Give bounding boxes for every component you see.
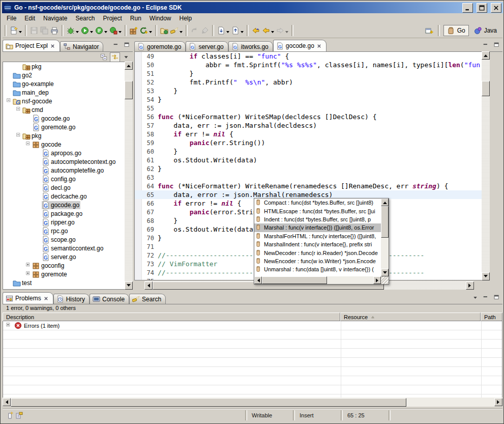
close-icon[interactable] (316, 43, 322, 49)
code-line-64[interactable]: 64func (*NiceFormatter) WriteRename(rena… (135, 182, 482, 190)
dropdown-arrow-icon[interactable] (285, 31, 288, 35)
completion-item[interactable]: Marshal : func(v interface{}) ([]uint8, … (254, 223, 381, 232)
window-minimize-button[interactable] (462, 3, 473, 13)
open-perspective-button[interactable] (424, 24, 434, 37)
scroll-up-button[interactable] (482, 51, 490, 60)
expand-toggle[interactable] (25, 263, 32, 268)
tree-item[interactable]: gocode (3, 140, 125, 149)
view-tab-history[interactable]: History (53, 294, 90, 304)
tree-item[interactable]: Ggoremote.go (3, 123, 125, 131)
menu-help[interactable]: Help (175, 14, 196, 23)
expand-toggle[interactable] (6, 323, 12, 328)
collapse-all-button[interactable] (99, 53, 108, 62)
editor-vertical-scrollbar[interactable] (482, 51, 490, 280)
tree-item[interactable]: Ggocode.go (3, 114, 125, 123)
completion-item[interactable]: NewEncoder : func(w io.Writer) *json.Enc… (254, 257, 381, 265)
scrollbar-thumb[interactable] (11, 398, 406, 407)
scroll-right-button[interactable] (494, 398, 502, 406)
view-tab-problems[interactable]: Problems (3, 292, 53, 304)
view-minimize-button[interactable] (481, 293, 490, 302)
scroll-right-button[interactable] (373, 276, 381, 284)
completion-item[interactable]: Unmarshal : func(data []uint8, v interfa… (254, 265, 381, 273)
view-maximize-button[interactable] (122, 41, 131, 49)
column-description[interactable]: Description (3, 313, 340, 321)
scroll-down-button[interactable] (482, 272, 490, 280)
collapse-toggle[interactable] (16, 133, 22, 138)
tree-item[interactable]: Gserver.go (3, 252, 125, 261)
menu-edit[interactable]: Edit (20, 14, 39, 23)
search-button[interactable] (169, 24, 184, 37)
code-line-61[interactable]: 61 os.Stdout.Write(data) (135, 156, 482, 164)
tree-item[interactable]: Gscope.go (3, 235, 125, 244)
view-menu-button[interactable] (470, 293, 480, 302)
collapse-toggle[interactable] (16, 107, 22, 112)
menu-run[interactable]: Run (126, 14, 145, 23)
tree-item[interactable]: goremote (3, 270, 125, 278)
code-line-60[interactable]: 60 } (135, 147, 482, 156)
errors-group-row[interactable]: Errors (1 item) (3, 321, 502, 330)
tree-item[interactable]: Gdecl.go (3, 183, 125, 192)
code-line-57[interactable]: 57 data, err := json.Marshal(decldescs) (135, 121, 482, 130)
statusbar-annotation-button[interactable] (15, 411, 24, 420)
view-maximize-button[interactable] (492, 41, 501, 49)
code-line-62[interactable]: 62} (135, 164, 482, 173)
scrollbar-thumb[interactable] (482, 81, 490, 96)
view-minimize-button[interactable] (111, 41, 121, 49)
close-icon[interactable] (43, 296, 49, 301)
view-tab-console[interactable]: Console (90, 294, 129, 304)
tree-item[interactable]: cmd (3, 105, 125, 114)
print-button[interactable] (49, 24, 60, 37)
menu-file[interactable]: File (3, 14, 20, 23)
profile-button[interactable] (108, 24, 123, 37)
tree-item[interactable]: Gapropos.go (3, 149, 125, 157)
dropdown-arrow-icon[interactable] (149, 31, 152, 35)
code-line-56[interactable]: 56func (*NiceFormatter) WriteSMap(declde… (135, 112, 482, 121)
explorer-tab-navigator[interactable]: Navigator (60, 41, 103, 51)
code-line-52[interactable]: 52 fmt.Printf(" %s\n", abbr) (135, 78, 482, 87)
scrollbar-thumb[interactable] (262, 276, 327, 284)
code-line-49[interactable]: 49 if classes[i] == "func" { (135, 52, 482, 61)
tree-item[interactable]: Ggocode.go (3, 201, 125, 209)
tree-item[interactable]: goconfig (3, 261, 125, 270)
selected-tree-item[interactable]: Ggocode.go (42, 201, 80, 209)
prev-annotation-button[interactable] (230, 24, 245, 37)
tree-item[interactable]: pkg (3, 62, 125, 71)
completion-item[interactable]: NewDecoder : func(r io.Reader) *json.Dec… (254, 248, 381, 257)
dropdown-arrow-icon[interactable] (19, 31, 22, 35)
collapse-toggle[interactable] (25, 142, 32, 147)
tree-item[interactable]: Gsemanticcontext.go (3, 244, 125, 252)
scroll-down-button[interactable] (381, 269, 389, 276)
back-button[interactable] (261, 24, 275, 37)
scroll-left-button[interactable] (144, 281, 153, 290)
explorer-scrollbar[interactable] (125, 62, 133, 290)
expand-toggle[interactable] (25, 271, 32, 277)
completion-list[interactable]: Compact : func(dst *bytes.Buffer, src []… (254, 199, 381, 276)
editor-tab-itworks-go[interactable]: Gitworks.go (228, 41, 273, 51)
new-go-project-button[interactable] (129, 24, 139, 37)
tree-item[interactable]: Gdeclcache.go (3, 192, 125, 201)
code-line-54[interactable]: 54} (135, 95, 482, 104)
tree-item[interactable]: Gnsf-gocode (3, 97, 125, 105)
tree-item[interactable]: Gautocompletefile.go (3, 166, 125, 175)
column-path[interactable]: Path (481, 313, 502, 321)
tree-item[interactable]: Gconfig.go (3, 175, 125, 183)
dropdown-arrow-icon[interactable] (104, 31, 107, 35)
perspective-go[interactable]: Go (443, 25, 469, 36)
menu-search[interactable]: Search (71, 14, 99, 23)
tree-item[interactable]: go2 (3, 71, 125, 79)
tree-item[interactable]: Gautocompletecontext.go (3, 157, 125, 166)
completion-item[interactable]: Indent : func(dst *bytes.Buffer, src []u… (254, 215, 381, 223)
tree-item[interactable]: Gripper.go (3, 218, 125, 227)
tree-item[interactable]: pkg (3, 131, 125, 140)
debug-button[interactable] (66, 24, 80, 37)
dropdown-arrow-icon[interactable] (271, 31, 274, 35)
last-edit-location-button[interactable] (251, 24, 261, 37)
code-line-50[interactable]: 50 abbr = fmt.Sprintf("%s %s%s", classes… (135, 61, 482, 69)
tree-item[interactable]: Grpc.go (3, 227, 125, 235)
completion-item[interactable]: Compact : func(dst *bytes.Buffer, src []… (254, 199, 381, 207)
problems-horizontal-scrollbar[interactable] (3, 398, 502, 407)
run-button[interactable] (80, 24, 94, 37)
scroll-up-button[interactable] (125, 62, 133, 70)
menu-project[interactable]: Project (99, 14, 126, 23)
window-maximize-button[interactable] (477, 3, 487, 13)
